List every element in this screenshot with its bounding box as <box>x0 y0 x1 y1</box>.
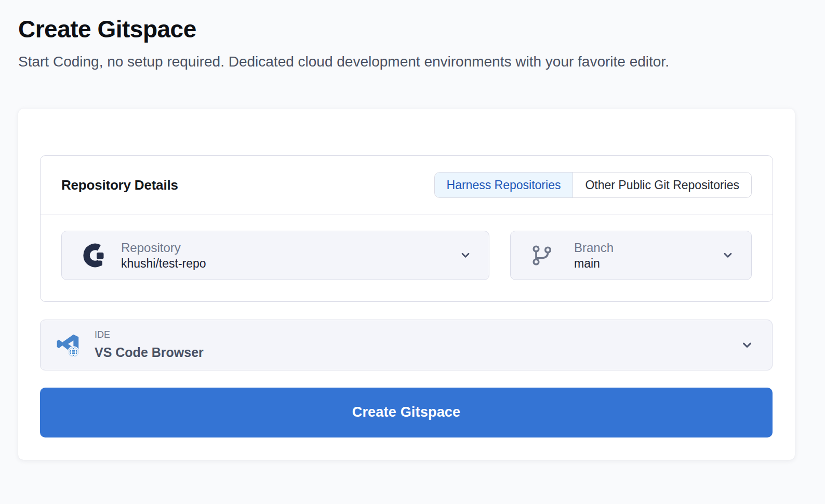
repository-select[interactable]: Repository khushi/test-repo <box>61 231 489 280</box>
repository-value: khushi/test-repo <box>121 257 459 270</box>
tab-other-public-git-repositories[interactable]: Other Public Git Repositories <box>573 173 751 197</box>
page-title: Create Gitspace <box>18 16 796 43</box>
repository-details-content: Repository khushi/test-repo <box>41 215 773 280</box>
tab-harness-repositories[interactable]: Harness Repositories <box>435 173 574 197</box>
repository-select-text: Repository khushi/test-repo <box>121 241 459 270</box>
harness-code-icon <box>81 242 107 268</box>
branch-value: main <box>574 257 721 270</box>
ide-select[interactable]: IDE VS Code Browser <box>40 320 773 370</box>
repository-details-section: Repository Details Harness Repositories … <box>40 155 773 302</box>
chevron-down-icon <box>721 248 735 262</box>
chevron-down-icon <box>740 338 754 352</box>
repository-details-heading: Repository Details <box>61 177 178 193</box>
branch-label: Branch <box>574 241 721 254</box>
page-subtitle: Start Coding, no setup required. Dedicat… <box>18 51 777 72</box>
repository-label: Repository <box>121 241 459 254</box>
vscode-browser-icon <box>55 331 82 359</box>
branch-select[interactable]: Branch main <box>510 231 752 280</box>
gitspace-form-card: Repository Details Harness Repositories … <box>18 109 795 460</box>
chevron-down-icon <box>459 248 472 262</box>
repository-source-toggle: Harness Repositories Other Public Git Re… <box>434 172 752 198</box>
create-gitspace-button[interactable]: Create Gitspace <box>40 388 773 437</box>
ide-value: VS Code Browser <box>95 345 740 360</box>
branch-select-text: Branch main <box>574 241 721 270</box>
ide-select-text: IDE VS Code Browser <box>95 330 740 360</box>
ide-label: IDE <box>95 330 740 340</box>
repository-details-header: Repository Details Harness Repositories … <box>41 156 773 215</box>
create-gitspace-page: Create Gitspace Start Coding, no setup r… <box>0 16 825 460</box>
git-branch-icon <box>530 243 554 267</box>
